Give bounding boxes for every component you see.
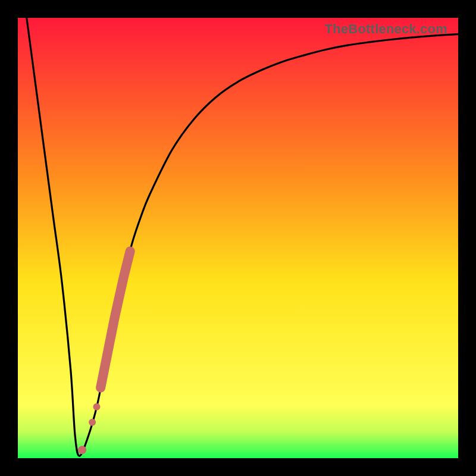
highlight-dot-2 — [89, 419, 96, 426]
highlight-dot-3 — [78, 446, 86, 454]
plot-area: TheBottleneck.com — [18, 18, 458, 458]
chart-frame: TheBottleneck.com — [0, 0, 476, 476]
gradient-background — [18, 18, 458, 458]
highlight-dot-1 — [93, 403, 100, 411]
watermark-text: TheBottleneck.com — [325, 21, 447, 37]
chart-svg — [18, 18, 458, 458]
